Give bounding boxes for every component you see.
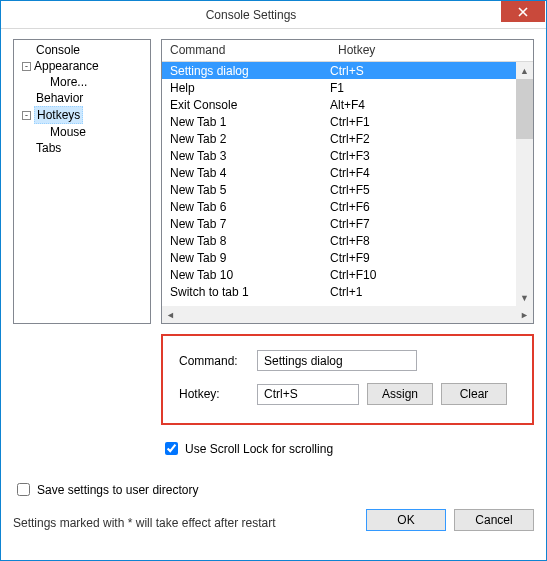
list-row[interactable]: New Tab 7Ctrl+F7 xyxy=(162,215,516,232)
console-settings-dialog: Console Settings Console - xyxy=(0,0,547,561)
list-cell-command: New Tab 9 xyxy=(170,251,330,265)
hotkey-list: Command Hotkey Settings dialogCtrl+SHelp… xyxy=(161,39,534,324)
close-button[interactable] xyxy=(501,1,545,22)
list-row[interactable]: New Tab 5Ctrl+F5 xyxy=(162,181,516,198)
scrolllock-label[interactable]: Use Scroll Lock for scrolling xyxy=(185,442,333,456)
list-cell-hotkey: Ctrl+F8 xyxy=(330,234,516,248)
list-row[interactable]: New Tab 9Ctrl+F9 xyxy=(162,249,516,266)
list-body[interactable]: Settings dialogCtrl+SHelpF1Exit ConsoleA… xyxy=(162,62,516,306)
list-cell-command: Help xyxy=(170,81,330,95)
tree-item-console[interactable]: Console xyxy=(20,42,150,58)
hotkey-input[interactable] xyxy=(257,384,359,405)
list-row[interactable]: HelpF1 xyxy=(162,79,516,96)
dialog-title: Console Settings xyxy=(1,8,501,22)
list-cell-command: New Tab 3 xyxy=(170,149,330,163)
list-row[interactable]: Exit ConsoleAlt+F4 xyxy=(162,96,516,113)
list-cell-command: New Tab 7 xyxy=(170,217,330,231)
cancel-button[interactable]: Cancel xyxy=(454,509,534,531)
list-row[interactable]: New Tab 6Ctrl+F6 xyxy=(162,198,516,215)
tree-label: Behavior xyxy=(36,90,83,106)
list-row[interactable]: New Tab 3Ctrl+F3 xyxy=(162,147,516,164)
list-row[interactable]: New Tab 4Ctrl+F4 xyxy=(162,164,516,181)
list-cell-hotkey: Ctrl+F10 xyxy=(330,268,516,282)
scroll-right-icon[interactable]: ► xyxy=(516,306,533,323)
collapse-icon[interactable]: - xyxy=(22,62,31,71)
hotkey-editor-group: Command: Hotkey: Assign Clear xyxy=(161,334,534,425)
list-cell-command: New Tab 5 xyxy=(170,183,330,197)
list-cell-hotkey: Ctrl+F1 xyxy=(330,115,516,129)
list-cell-hotkey: F1 xyxy=(330,81,516,95)
tree-item-behavior[interactable]: Behavior xyxy=(20,90,150,106)
tree-item-tabs[interactable]: Tabs xyxy=(20,140,150,156)
restart-note: Settings marked with * will take effect … xyxy=(13,516,276,530)
assign-button[interactable]: Assign xyxy=(367,383,433,405)
tree-label: Hotkeys xyxy=(34,106,83,124)
column-header-hotkey[interactable]: Hotkey xyxy=(330,40,533,61)
list-row[interactable]: New Tab 10Ctrl+F10 xyxy=(162,266,516,283)
list-cell-command: Settings dialog xyxy=(170,64,330,78)
list-cell-hotkey: Ctrl+F2 xyxy=(330,132,516,146)
save-userdir-option: Save settings to user directory xyxy=(13,480,534,499)
command-input[interactable] xyxy=(257,350,417,371)
list-cell-hotkey: Alt+F4 xyxy=(330,98,516,112)
save-userdir-label[interactable]: Save settings to user directory xyxy=(37,483,198,497)
tree-item-appearance[interactable]: - Appearance xyxy=(20,58,150,74)
list-row[interactable]: New Tab 2Ctrl+F2 xyxy=(162,130,516,147)
list-cell-hotkey: Ctrl+F4 xyxy=(330,166,516,180)
command-label: Command: xyxy=(179,354,249,368)
vertical-scrollbar[interactable]: ▲ ▼ xyxy=(516,62,533,306)
horizontal-scrollbar[interactable]: ◄ ► xyxy=(162,306,533,323)
list-cell-command: Exit Console xyxy=(170,98,330,112)
category-tree[interactable]: Console - Appearance More... xyxy=(13,39,151,324)
hotkey-label: Hotkey: xyxy=(179,387,249,401)
tree-label: Appearance xyxy=(34,58,99,74)
list-cell-hotkey: Ctrl+1 xyxy=(330,285,516,299)
list-cell-command: New Tab 2 xyxy=(170,132,330,146)
save-userdir-checkbox[interactable] xyxy=(17,483,30,496)
list-cell-hotkey: Ctrl+F7 xyxy=(330,217,516,231)
list-cell-command: New Tab 1 xyxy=(170,115,330,129)
scrolllock-option: Use Scroll Lock for scrolling xyxy=(161,439,534,458)
list-row[interactable]: New Tab 8Ctrl+F8 xyxy=(162,232,516,249)
scroll-up-icon[interactable]: ▲ xyxy=(516,62,533,79)
tree-item-mouse[interactable]: Mouse xyxy=(48,124,150,140)
list-row[interactable]: Switch to tab 1Ctrl+1 xyxy=(162,283,516,300)
list-cell-hotkey: Ctrl+F6 xyxy=(330,200,516,214)
list-row[interactable]: Settings dialogCtrl+S xyxy=(162,62,516,79)
list-cell-hotkey: Ctrl+S xyxy=(330,64,516,78)
list-cell-hotkey: Ctrl+F5 xyxy=(330,183,516,197)
list-cell-command: Switch to tab 1 xyxy=(170,285,330,299)
close-icon xyxy=(518,7,528,17)
list-cell-hotkey: Ctrl+F9 xyxy=(330,251,516,265)
tree-label: Mouse xyxy=(50,124,86,140)
list-header: Command Hotkey xyxy=(162,40,533,62)
tree-label: Tabs xyxy=(36,140,61,156)
list-cell-command: New Tab 6 xyxy=(170,200,330,214)
tree-label: More... xyxy=(50,74,87,90)
scroll-left-icon[interactable]: ◄ xyxy=(162,306,179,323)
list-cell-command: New Tab 10 xyxy=(170,268,330,282)
list-row[interactable]: New Tab 1Ctrl+F1 xyxy=(162,113,516,130)
clear-button[interactable]: Clear xyxy=(441,383,507,405)
collapse-icon[interactable]: - xyxy=(22,111,31,120)
scroll-down-icon[interactable]: ▼ xyxy=(516,289,533,306)
scroll-thumb[interactable] xyxy=(516,79,533,139)
hscroll-track[interactable] xyxy=(179,306,516,323)
dialog-content: Console - Appearance More... xyxy=(1,29,546,560)
tree-item-hotkeys[interactable]: - Hotkeys xyxy=(20,106,150,124)
scroll-track[interactable] xyxy=(516,79,533,289)
tree-label: Console xyxy=(36,42,80,58)
list-cell-command: New Tab 8 xyxy=(170,234,330,248)
scrolllock-checkbox[interactable] xyxy=(165,442,178,455)
list-cell-hotkey: Ctrl+F3 xyxy=(330,149,516,163)
titlebar: Console Settings xyxy=(1,1,546,29)
list-cell-command: New Tab 4 xyxy=(170,166,330,180)
tree-item-more[interactable]: More... xyxy=(48,74,150,90)
column-header-command[interactable]: Command xyxy=(162,40,330,61)
ok-button[interactable]: OK xyxy=(366,509,446,531)
